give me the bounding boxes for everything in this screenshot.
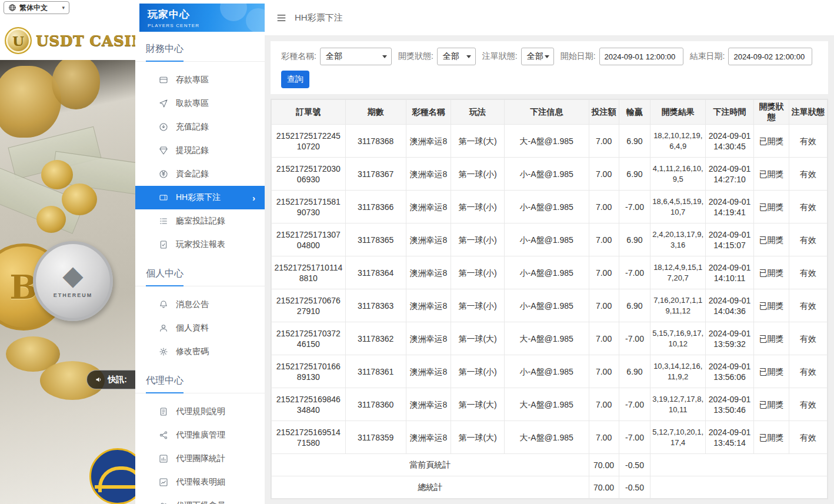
language-label: 繁体中文 <box>19 3 48 13</box>
column-header: 彩種名稱 <box>406 100 451 125</box>
table-cell: 有效 <box>789 191 827 223</box>
sidebar-item-label: 個人資料 <box>176 323 209 333</box>
sidebar-item-agent-members[interactable]: 代理下級會員 <box>135 494 265 504</box>
table-cell: 7.00 <box>589 289 619 322</box>
sidebar-item-recharge-record[interactable]: 充值記錄 <box>135 115 265 139</box>
summary-row: 總統計70.00-0.50 <box>272 476 828 499</box>
casino-logo[interactable]: U USDT CASINO <box>0 21 135 60</box>
sidebar-item-agent-rules[interactable]: 代理規則說明 <box>135 400 265 423</box>
table-cell: 2024-09-01 13:56:06 <box>705 355 753 388</box>
table-cell: 2024-09-01 13:59:32 <box>705 322 753 355</box>
end-date-input[interactable] <box>728 48 812 65</box>
table-header-row: 訂單號期數彩種名稱玩法下注信息投注額輸贏開獎結果下注時間開獎狀態注單狀態 <box>272 100 828 125</box>
summary-bet-amount: 70.00 <box>589 476 619 499</box>
order-status-select[interactable]: 全部 <box>521 48 554 65</box>
table-cell: 2024-09-01 14:27:10 <box>705 158 753 191</box>
news-ticker-button[interactable]: 快訊: <box>86 370 135 389</box>
draw-status-select[interactable]: 全部 <box>437 48 476 65</box>
draw-status-label: 開獎狀態: <box>398 51 433 62</box>
table-cell: 小-A盤@1.985 <box>504 223 589 256</box>
sidebar-item-label: 廳室投註記錄 <box>176 216 225 226</box>
ethereum-label: ETHEREUM <box>54 292 93 298</box>
column-header: 開獎結果 <box>650 100 706 125</box>
sidebar-item-funds-record[interactable]: 資金記錄 <box>135 162 265 186</box>
sidebar-item-agent-team[interactable]: 代理團隊統計 <box>135 447 265 470</box>
table-cell: 31178359 <box>345 421 406 454</box>
table-cell: 已開獎 <box>754 125 789 158</box>
sidebar-item-deposit[interactable]: 存款專區 <box>135 68 265 92</box>
table-row: 215217251703724615031178362澳洲幸运8第一球(大)大-… <box>272 322 828 355</box>
table-cell: 10,3,14,12,16,11,9,2 <box>650 355 706 388</box>
password-icon <box>159 347 168 356</box>
lottery-bet-icon <box>159 193 168 202</box>
table-cell: 2152172517203006930 <box>272 158 346 191</box>
table-cell: 2152172517101148810 <box>272 256 346 289</box>
sidebar-item-player-report[interactable]: 玩家投注報表 <box>135 233 265 256</box>
language-selector[interactable]: 繁体中文 ▾ <box>4 1 69 14</box>
table-cell: 小-A盤@1.985 <box>504 158 589 191</box>
table-cell: 大-A盤@1.985 <box>504 125 589 158</box>
topbar: HH彩票下注 <box>265 0 834 35</box>
summary-label: 當前頁統計 <box>272 454 589 476</box>
table-cell: 2152172517067627910 <box>272 289 346 322</box>
table-cell: 5,15,7,16,9,17,10,12 <box>650 322 706 355</box>
sidebar-item-room-bet-record[interactable]: 廳室投註記錄 <box>135 209 265 233</box>
table-cell: 大-A盤@1.985 <box>504 421 589 454</box>
table-cell: 有效 <box>789 355 827 388</box>
summary-empty <box>650 454 828 476</box>
table-cell: 31178361 <box>345 355 406 388</box>
sidebar-item-password[interactable]: 修改密碼 <box>135 340 265 363</box>
globe-icon <box>8 4 16 12</box>
table-cell: -7.00 <box>619 256 650 289</box>
table-row: 215217251720300693031178367澳洲幸运8第一球(小)小-… <box>272 158 828 191</box>
table-cell: 澳洲幸运8 <box>406 322 451 355</box>
sidebar-item-agent-report[interactable]: 代理報表明細 <box>135 470 265 494</box>
table-cell: 澳洲幸运8 <box>406 355 451 388</box>
lottery-name-select[interactable]: 全部 <box>320 48 392 65</box>
sidebar-item-announcement[interactable]: 消息公告 <box>135 293 265 316</box>
column-header: 下注信息 <box>504 100 589 125</box>
table-cell: 2024-09-01 14:30:45 <box>705 125 753 158</box>
table-cell: 31178366 <box>345 191 406 223</box>
table-body: 215217251722451072031178368澳洲幸运8第一球(大)大-… <box>272 125 828 454</box>
table-cell: 有效 <box>789 256 827 289</box>
casino-logo-text: USDT CASINO <box>36 32 135 49</box>
table-cell: 澳洲幸运8 <box>406 289 451 322</box>
filter-panel: 彩種名稱: 全部 開獎狀態: 全部 注單狀態: 全部 開始日期: 結束日期: <box>271 41 828 94</box>
table-cell: 澳洲幸运8 <box>406 223 451 256</box>
table-cell: 3,19,12,7,17,8,10,11 <box>650 388 706 421</box>
agent-team-icon <box>159 454 168 463</box>
agent-promotion-icon <box>159 430 168 440</box>
start-date-input[interactable] <box>599 48 683 65</box>
gold-coin-graphic <box>41 160 73 189</box>
menu-icon[interactable] <box>276 12 287 24</box>
table-cell: 已開獎 <box>754 223 789 256</box>
sidebar-item-withdraw-record[interactable]: 提現記錄 <box>135 139 265 162</box>
draw-status-value: 全部 <box>443 51 459 62</box>
table-cell: 6.90 <box>619 289 650 322</box>
sidebar-item-withdraw[interactable]: 取款專區 <box>135 92 265 115</box>
table-cell: 31178364 <box>345 256 406 289</box>
sidebar-nav: 財務中心存款專區取款專區充值記錄提現記錄資金記錄HH彩票下注›廳室投註記錄玩家投… <box>135 43 265 504</box>
gold-coin-graphic <box>62 183 97 215</box>
players-center-header: 玩家中心 PLAYERS CENTER <box>139 4 265 32</box>
table-cell: 31178363 <box>345 289 406 322</box>
column-header: 投注額 <box>589 100 619 125</box>
sidebar-item-profile[interactable]: 個人資料 <box>135 316 265 340</box>
table-cell: 18,2,10,12,19,6,4,9 <box>650 125 706 158</box>
query-button[interactable]: 查詢 <box>281 71 309 88</box>
table-cell: 第一球(小) <box>451 191 505 223</box>
table-cell: 2024-09-01 14:19:41 <box>705 191 753 223</box>
sidebar-item-label: 資金記錄 <box>176 169 209 179</box>
sidebar-item-agent-promotion[interactable]: 代理推廣管理 <box>135 423 265 447</box>
sidebar-item-lottery-bet[interactable]: HH彩票下注› <box>135 186 265 209</box>
sidebar-item-label: 代理規則說明 <box>176 406 225 417</box>
table-cell: 已開獎 <box>754 191 789 223</box>
speaker-icon <box>95 375 104 384</box>
table-cell: 18,12,4,9,15,17,20,7 <box>650 256 706 289</box>
sidebar-item-label: 存款專區 <box>176 75 209 85</box>
table-cell: 2024-09-01 14:10:11 <box>705 256 753 289</box>
table-cell: 6.90 <box>619 223 650 256</box>
summary-row: 當前頁統計70.00-0.50 <box>272 454 828 476</box>
table-row: 215217251713070480031178365澳洲幸运8第一球(小)小-… <box>272 223 828 256</box>
